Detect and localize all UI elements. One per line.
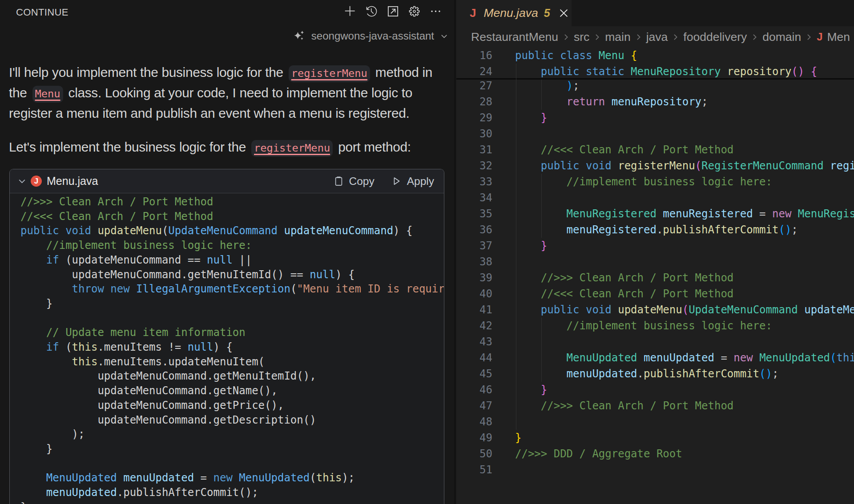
code-token [580, 160, 586, 172]
code-token: { [811, 65, 817, 78]
line-number: 36 [456, 222, 492, 238]
code-token: //>>> DDD / Aggregate Root [515, 448, 682, 460]
java-icon: J [817, 31, 822, 43]
model-selector[interactable]: seongwons-java-assistant [293, 30, 448, 42]
breadcrumb-item[interactable]: RestaurantMenu [471, 30, 558, 44]
breadcrumb-item[interactable]: main [605, 30, 630, 44]
code-token [515, 320, 567, 332]
editor-code-line: 49} [456, 430, 854, 446]
plus-button[interactable] [343, 5, 357, 19]
history-button[interactable] [365, 5, 378, 19]
code-token: //>>> Clean Arch / Port Method [541, 272, 733, 284]
chat-line: Let's implement the business logic for t… [9, 137, 449, 157]
code-token: () [778, 224, 791, 236]
code-token: publishAfterCommit [663, 224, 778, 236]
code-token [721, 65, 727, 78]
breadcrumb-item[interactable]: java [646, 30, 668, 44]
copy-button[interactable]: Copy [334, 175, 375, 188]
code-token: MenuUpdated [567, 352, 637, 364]
breadcrumb-item-file[interactable]: Men [827, 30, 850, 44]
chevron-right-icon [593, 33, 601, 41]
code-token: () [759, 368, 772, 380]
code-token: ( [695, 160, 701, 172]
code-token [20, 239, 46, 252]
inline-code-link[interactable]: Menu [32, 86, 63, 103]
java-icon: J [470, 6, 476, 20]
inline-code-link[interactable]: registerMenu [251, 140, 333, 157]
code-token [104, 283, 110, 295]
code-token: updateMenu [97, 224, 162, 237]
code-token [515, 160, 541, 172]
editor-code-line: 28 return menuRepository; [456, 94, 854, 110]
code-token: MenuRegistered [567, 208, 657, 220]
code-line: } [20, 500, 444, 504]
code-block-content[interactable]: //>>> Clean Arch / Port Method//<<< Clea… [10, 193, 444, 504]
editor-code-line: 34 [456, 190, 854, 206]
code-line: if (this.menuItems != null) { [20, 340, 444, 355]
code-token: updateMenuCommand.getMenuItemId() == [20, 268, 310, 281]
code-line: //implement business logic here: [20, 238, 444, 253]
code-token: regist [830, 160, 854, 172]
editor-code-line: 51 [456, 462, 854, 478]
play-icon [391, 176, 402, 186]
open-in-new-button[interactable] [386, 5, 399, 19]
sticky-scroll: 16public class Menu {24 public static Me… [456, 48, 854, 80]
breadcrumb-item[interactable]: domain [762, 30, 801, 44]
ellipsis-icon [430, 5, 442, 19]
code-token: return [567, 96, 605, 108]
code-token: public [20, 224, 59, 237]
chat-text: Let's implement the business logic for t… [9, 140, 250, 154]
line-number: 48 [456, 414, 492, 430]
code-line: } [20, 442, 444, 456]
apply-button[interactable]: Apply [391, 175, 434, 188]
code-line: updateMenuCommand.getName(), [20, 384, 444, 398]
code-token [554, 49, 560, 62]
code-token [278, 224, 284, 237]
chevron-down-icon [440, 32, 448, 40]
code-token: ) [567, 80, 573, 92]
code-text: menuRegistered.publishAfterCommit(); [515, 222, 798, 238]
code-text: MenuUpdated menuUpdated = new MenuUpdate… [515, 350, 854, 366]
chat-paragraph: I'll help you implement the business log… [9, 62, 449, 124]
code-token: ( [682, 304, 689, 316]
editor-content[interactable]: 27 );28 return menuRepository;29 }3031 /… [456, 78, 854, 504]
code-token [20, 254, 46, 266]
breadcrumb-item[interactable]: fooddelivery [683, 30, 747, 44]
breadcrumb-item[interactable]: src [574, 30, 589, 44]
code-token: //implement business logic here: [567, 176, 772, 188]
code-token [233, 472, 239, 484]
code-token: MenuRepository [631, 65, 721, 78]
tab-menu-java[interactable]: J Menu.java 5 [456, 0, 572, 26]
code-token: || [233, 254, 252, 266]
code-token [515, 240, 541, 252]
code-token: //implement business logic here: [46, 239, 252, 252]
code-token [612, 304, 618, 316]
code-token: "Menu item ID is requir [297, 283, 444, 295]
code-token: menuRegistered [663, 208, 753, 220]
code-token [637, 352, 644, 364]
code-line [20, 311, 444, 326]
line-number: 35 [456, 206, 492, 222]
code-token [515, 384, 541, 396]
code-token: ( [290, 283, 297, 295]
code-token: ); [20, 428, 85, 440]
code-token [580, 65, 586, 78]
apply-button-label: Apply [407, 175, 434, 188]
inline-code-link[interactable]: registerMenu [289, 65, 370, 82]
code-token [605, 96, 611, 108]
ellipsis-button[interactable] [429, 5, 442, 19]
code-token [515, 65, 541, 78]
code-token: } [20, 297, 52, 310]
code-token: ; [791, 224, 798, 236]
code-token: .menuItems.updateMenuItem( [97, 356, 265, 368]
code-token: void [586, 304, 612, 316]
plus-icon [344, 5, 356, 19]
line-number: 27 [456, 78, 492, 94]
line-number: 32 [456, 158, 492, 174]
code-token [791, 208, 798, 220]
tab-close-button[interactable] [559, 8, 569, 18]
gear-button[interactable] [407, 5, 421, 19]
code-text: //implement business logic here: [515, 174, 772, 190]
line-number: 45 [456, 366, 492, 382]
editor-code-line: 46 } [456, 382, 854, 398]
